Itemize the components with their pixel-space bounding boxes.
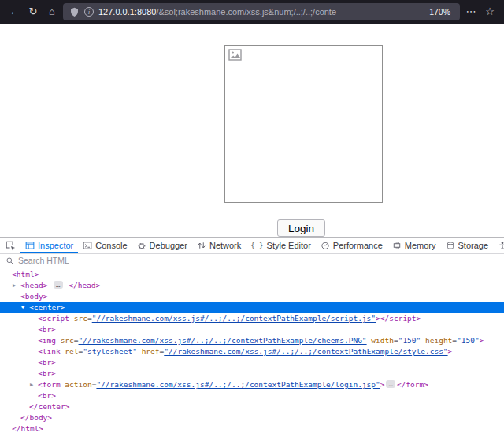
- syntax-token: form: [406, 380, 424, 389]
- devtools-search-bar: [0, 254, 504, 267]
- expander-collapsed-icon[interactable]: ▶: [30, 379, 38, 390]
- syntax-token: link: [43, 347, 61, 356]
- url-bar[interactable]: i 127.0.0.1:8080/&sol;rakeshmane.com/xss…: [63, 3, 460, 20]
- syntax-token: >: [61, 303, 65, 312]
- syntax-token: "//rakeshmane.com/xss.js#/..;/..;/contex…: [92, 314, 376, 323]
- syntax-token: html: [17, 270, 35, 279]
- site-info-icon[interactable]: i: [84, 7, 94, 17]
- broken-image-icon: [228, 49, 244, 65]
- tab-inspector[interactable]: Inspector: [20, 238, 78, 253]
- syntax-token: >: [51, 391, 56, 400]
- syntax-token: >: [51, 358, 56, 367]
- syntax-token: body: [25, 292, 43, 301]
- inline-expander-pill[interactable]: …: [386, 380, 395, 388]
- markup-node[interactable]: <br>: [0, 357, 504, 368]
- tab-debugger[interactable]: Debugger: [132, 238, 192, 253]
- expander-expanded-icon[interactable]: ▼: [21, 302, 29, 313]
- broken-image-placeholder: [224, 45, 383, 203]
- tab-label: Network: [209, 241, 241, 250]
- markup-node[interactable]: ▶<head> … </head>: [0, 280, 504, 291]
- page-actions-icon[interactable]: ⋯: [463, 4, 479, 20]
- reload-icon[interactable]: ↻: [25, 4, 41, 20]
- markup-node[interactable]: <body>: [0, 291, 504, 302]
- syntax-token: "//rakeshmane.com/xss.js#/..;/..;/contex…: [164, 347, 447, 356]
- syntax-token: head: [78, 281, 96, 290]
- syntax-token: >: [39, 424, 43, 433]
- syntax-token: src: [74, 314, 87, 323]
- tab-style-editor[interactable]: { } Style Editor: [246, 238, 316, 253]
- syntax-token: >: [43, 292, 48, 301]
- devtools-panel: Inspector Console Debugger Network { } S…: [0, 237, 504, 439]
- syntax-token: >: [47, 413, 52, 422]
- tab-label: Storage: [458, 241, 489, 250]
- syntax-token: </: [12, 424, 20, 433]
- markup-node[interactable]: <br>: [0, 368, 504, 379]
- markup-node[interactable]: <br>: [0, 324, 504, 335]
- markup-node[interactable]: </center>: [0, 401, 504, 412]
- tab-label: Inspector: [38, 241, 73, 250]
- style-editor-icon: { }: [250, 242, 263, 249]
- search-html-input[interactable]: [18, 256, 176, 265]
- syntax-token: br: [43, 369, 51, 378]
- expander-collapsed-icon[interactable]: ▶: [13, 280, 20, 291]
- syntax-token: >: [51, 325, 56, 334]
- markup-node[interactable]: <link rel="stylesheet" href="//rakeshman…: [0, 346, 504, 357]
- syntax-token: >: [65, 402, 70, 411]
- markup-node[interactable]: <img src="//rakeshmane.com/xss.js#/..;/.…: [0, 335, 504, 346]
- tab-label: Console: [95, 241, 127, 250]
- markup-node[interactable]: ▶<form action="//rakeshmane.com/xss.js#/…: [0, 379, 504, 390]
- pick-element-icon[interactable]: [0, 238, 20, 253]
- tab-performance[interactable]: Performance: [316, 238, 387, 253]
- url-path: /&sol;rakeshmane.com/xss.js&num;/..;/..;…: [156, 7, 336, 17]
- memory-icon: [392, 241, 402, 250]
- tab-storage[interactable]: Storage: [441, 238, 494, 253]
- syntax-token: height: [425, 336, 452, 345]
- syntax-token: </: [397, 380, 406, 389]
- markup-tree: <html>▶<head> … </head><body>▼<center><s…: [0, 267, 504, 439]
- tracking-protection-shield-icon[interactable]: [69, 7, 80, 17]
- tab-network[interactable]: Network: [192, 238, 246, 253]
- inline-expander-pill[interactable]: …: [54, 281, 62, 289]
- tab-memory[interactable]: Memory: [387, 238, 441, 253]
- syntax-token: </: [29, 402, 38, 411]
- syntax-token: script: [389, 314, 416, 323]
- browser-toolbar: ← ↻ ⌂ i 127.0.0.1:8080/&sol;rakeshmane.c…: [0, 0, 504, 24]
- syntax-token: >: [480, 336, 484, 345]
- syntax-token: href: [142, 347, 160, 356]
- syntax-token: head: [25, 281, 43, 290]
- debugger-icon: [137, 241, 146, 250]
- home-icon[interactable]: ⌂: [44, 4, 60, 20]
- markup-node[interactable]: </body>: [0, 412, 504, 423]
- markup-node[interactable]: <script src="//rakeshmane.com/xss.js#/..…: [0, 313, 504, 324]
- syntax-token: "//rakeshmane.com/xss.js#/..;/..;/contex…: [79, 336, 367, 345]
- markup-node[interactable]: <br>: [0, 390, 504, 401]
- syntax-token: img: [43, 336, 56, 345]
- syntax-token: [47, 281, 52, 290]
- syntax-token: "150": [398, 336, 421, 345]
- markup-node[interactable]: ▼<center>: [0, 302, 504, 313]
- back-icon[interactable]: ←: [6, 4, 22, 20]
- markup-node[interactable]: <html>: [0, 269, 504, 280]
- zoom-level-button[interactable]: 170%: [426, 6, 454, 17]
- syntax-token: >: [380, 380, 385, 389]
- tab-console[interactable]: Console: [78, 238, 132, 253]
- syntax-token: action: [65, 380, 91, 389]
- syntax-token: rel: [65, 347, 78, 356]
- network-icon: [197, 241, 206, 250]
- tab-label: Style Editor: [267, 241, 311, 250]
- syntax-token: br: [43, 325, 51, 334]
- syntax-token: </: [20, 413, 29, 422]
- bookmark-star-icon[interactable]: ☆: [482, 4, 498, 20]
- tab-label: Performance: [333, 241, 383, 250]
- syntax-token: "//rakeshmane.com/xss.js#/..;/..;/contex…: [96, 380, 380, 389]
- syntax-token: src: [61, 336, 74, 345]
- tab-label: Memory: [405, 241, 436, 250]
- markup-node[interactable]: </html>: [0, 423, 504, 434]
- syntax-token: >: [417, 314, 421, 323]
- login-button[interactable]: Login: [277, 220, 325, 237]
- url-text[interactable]: 127.0.0.1:8080/&sol;rakeshmane.com/xss.j…: [98, 7, 421, 17]
- syntax-token: </: [380, 314, 389, 323]
- syntax-token: >: [51, 369, 56, 378]
- tab-accessibility[interactable]: Accessibility: [493, 238, 504, 253]
- syntax-token: br: [43, 358, 51, 367]
